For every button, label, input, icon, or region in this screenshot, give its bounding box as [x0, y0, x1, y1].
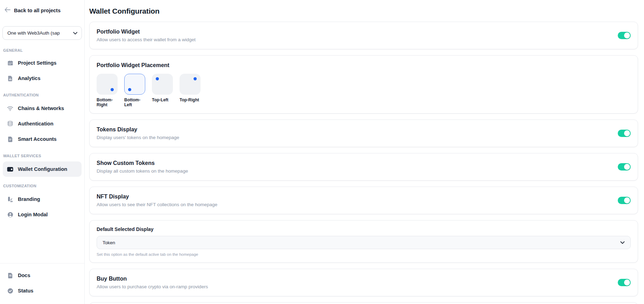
sidebar: Back to all projects One with Web3Auth (… — [0, 0, 85, 304]
toggle-knob — [624, 32, 630, 38]
card-title: Tokens Display — [97, 126, 179, 133]
placement-option-top-left[interactable]: Top-Left — [152, 74, 175, 107]
placement-option-bottom-left[interactable]: Bottom-Left — [124, 74, 147, 107]
project-selector-dropdown[interactable]: One with Web3Auth (sap — [2, 26, 82, 40]
sidebar-item-authentication[interactable]: Authentication — [3, 116, 82, 131]
card-title: NFT Display — [97, 193, 217, 201]
sidebar-item-label: Docs — [18, 273, 30, 278]
sidebar-item-status[interactable]: Status — [3, 283, 82, 298]
portfolio-widget-card: Portfolio Widget Allow users to access t… — [89, 22, 638, 49]
placement-dot — [194, 77, 197, 80]
sidebar-item-label: Analytics — [18, 75, 40, 81]
default-display-select[interactable]: Token — [97, 236, 631, 249]
select-helper-text: Set this option as the default active ta… — [97, 252, 631, 257]
show-custom-tokens-toggle[interactable] — [618, 163, 631, 171]
wifi-icon — [7, 105, 13, 111]
placement-dot — [128, 88, 131, 91]
toggle-knob — [624, 130, 630, 136]
sidebar-item-label: Branding — [18, 196, 40, 202]
default-selected-display-card: Default Selected Display Token Set this … — [89, 220, 638, 263]
sidebar-item-project-settings[interactable]: Project Settings — [3, 55, 82, 71]
sidebar-footer: Docs Status — [0, 263, 84, 304]
sidebar-item-label: Chains & Networks — [18, 106, 64, 111]
card-description: Display users' tokens on the homepage — [97, 135, 179, 141]
sidebar-item-branding[interactable]: Branding — [3, 191, 82, 207]
placement-preview — [124, 74, 145, 95]
sidebar-item-docs[interactable]: Docs — [3, 268, 82, 283]
sidebar-item-smart-accounts[interactable]: Smart Accounts — [3, 131, 82, 147]
sidebar-item-label: Smart Accounts — [18, 136, 57, 142]
placement-label: Bottom-Left — [124, 97, 147, 107]
file-icon — [7, 136, 13, 142]
placement-label: Bottom-Right — [97, 97, 120, 107]
next-card-partial — [89, 302, 638, 304]
toggle-knob — [624, 280, 630, 285]
wallet-icon — [7, 166, 13, 172]
card-description: Display all custom tokens on the homepag… — [97, 168, 188, 174]
sidebar-item-label: Project Settings — [18, 60, 56, 66]
card-description: Allow users to access their wallet from … — [97, 37, 196, 43]
card-title: Portfolio Widget — [97, 28, 196, 36]
placement-dot — [111, 88, 114, 91]
card-title: Show Custom Tokens — [97, 159, 188, 167]
section-label-customization: CUSTOMIZATION — [0, 184, 84, 188]
back-link-label: Back to all projects — [14, 8, 61, 13]
placement-option-top-right[interactable]: Top-Right — [180, 74, 203, 107]
database-icon — [7, 121, 13, 127]
card-description: Allow users to see their NFT collections… — [97, 202, 217, 208]
card-title: Portfolio Widget Placement — [97, 61, 631, 69]
placement-label: Top-Right — [180, 97, 203, 102]
chevron-down-icon — [73, 30, 77, 36]
clipboard-icon — [7, 60, 13, 66]
placement-label: Top-Left — [152, 97, 175, 102]
portfolio-widget-toggle[interactable] — [618, 32, 631, 39]
toggle-knob — [624, 164, 630, 170]
section-label-wallet-services: WALLET SERVICES — [0, 154, 84, 158]
project-selector-value: One with Web3Auth (sap — [7, 30, 60, 36]
main-content: Wallet Configuration Portfolio Widget Al… — [85, 0, 644, 304]
sidebar-item-label: Status — [18, 288, 33, 294]
sidebar-item-login-modal[interactable]: Login Modal — [3, 207, 82, 222]
sidebar-item-wallet-configuration[interactable]: Wallet Configuration — [3, 161, 82, 177]
branding-icon — [7, 196, 13, 202]
toggle-knob — [624, 197, 630, 203]
chevron-down-icon — [620, 239, 625, 246]
placement-dot — [156, 77, 159, 80]
section-label-authentication: AUTHENTICATION — [0, 93, 84, 97]
sidebar-item-chains-networks[interactable]: Chains & Networks — [3, 101, 82, 116]
card-description: Allow users to purchase crypto via on-ra… — [97, 284, 208, 290]
placement-preview — [152, 74, 173, 95]
buy-button-card: Buy Button Allow users to purchase crypt… — [89, 269, 638, 296]
back-to-projects-link[interactable]: Back to all projects — [5, 7, 84, 13]
user-circle-icon — [7, 211, 13, 218]
analytics-icon — [7, 75, 13, 81]
sidebar-item-analytics[interactable]: Analytics — [3, 71, 82, 86]
placement-preview — [180, 74, 201, 95]
sidebar-item-label: Authentication — [18, 121, 54, 126]
placement-preview — [97, 74, 118, 95]
portfolio-widget-placement-card: Portfolio Widget Placement Bottom-Right … — [89, 55, 638, 114]
tokens-display-toggle[interactable] — [618, 130, 631, 137]
tokens-display-card: Tokens Display Display users' tokens on … — [89, 120, 638, 147]
select-value: Token — [103, 240, 115, 245]
nft-display-card: NFT Display Allow users to see their NFT… — [89, 187, 638, 214]
sidebar-item-label: Wallet Configuration — [18, 166, 67, 172]
page-title: Wallet Configuration — [89, 7, 638, 16]
check-circle-icon — [7, 288, 13, 294]
placement-options: Bottom-Right Bottom-Left Top-Left Top-Ri… — [97, 74, 631, 107]
back-arrow-icon — [5, 7, 10, 13]
nft-display-toggle[interactable] — [618, 197, 631, 204]
doc-icon — [7, 272, 13, 278]
sidebar-item-label: Login Modal — [18, 212, 48, 217]
select-label: Default Selected Display — [97, 226, 631, 232]
card-title: Buy Button — [97, 275, 208, 283]
section-label-general: GENERAL — [0, 48, 84, 52]
show-custom-tokens-card: Show Custom Tokens Display all custom to… — [89, 153, 638, 181]
placement-option-bottom-right[interactable]: Bottom-Right — [97, 74, 120, 107]
buy-button-toggle[interactable] — [618, 279, 631, 286]
